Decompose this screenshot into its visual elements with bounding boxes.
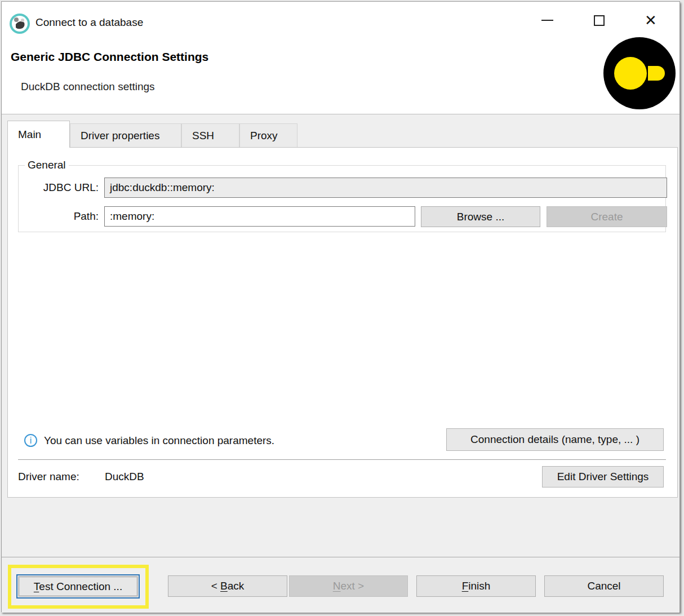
title-bar: Connect to a database ✕ bbox=[2, 2, 679, 37]
back-button[interactable]: < Back bbox=[168, 575, 287, 597]
tab-label: Driver properties bbox=[81, 130, 159, 142]
cancel-button[interactable]: Cancel bbox=[544, 575, 664, 597]
close-icon: ✕ bbox=[645, 13, 657, 28]
path-label: Path: bbox=[25, 210, 99, 223]
connect-database-dialog: Connect to a database ✕ Generic JDBC Con… bbox=[1, 1, 680, 612]
info-message: You can use variables in connection para… bbox=[44, 435, 274, 447]
tab-main[interactable]: Main bbox=[7, 121, 70, 148]
path-input[interactable]: :memory: bbox=[104, 206, 415, 227]
page-subtitle: DuckDB connection settings bbox=[21, 81, 155, 93]
minimize-icon bbox=[541, 20, 553, 21]
main-tab-panel: General JDBC URL: jdbc:duckdb::memory: P… bbox=[7, 147, 678, 498]
window-title: Connect to a database bbox=[35, 16, 143, 29]
divider bbox=[18, 459, 666, 460]
general-group: General JDBC URL: jdbc:duckdb::memory: P… bbox=[18, 165, 666, 232]
minimize-button[interactable] bbox=[534, 10, 561, 31]
tab-ssh[interactable]: SSH bbox=[181, 123, 239, 147]
path-value: :memory: bbox=[110, 210, 154, 223]
edit-driver-settings-button[interactable]: Edit Driver Settings bbox=[542, 466, 664, 488]
jdbc-url-value: jdbc:duckdb::memory: bbox=[110, 181, 215, 194]
tab-label: Proxy bbox=[250, 130, 278, 142]
general-group-title: General bbox=[25, 159, 69, 171]
connection-details-button[interactable]: Connection details (name, type, ... ) bbox=[446, 428, 664, 451]
jdbc-url-field[interactable]: jdbc:duckdb::memory: bbox=[104, 178, 667, 198]
driver-name-value: DuckDB bbox=[105, 471, 144, 483]
page-title: Generic JDBC Connection Settings bbox=[11, 50, 208, 64]
close-button[interactable]: ✕ bbox=[637, 10, 664, 31]
duckdb-logo bbox=[603, 37, 676, 110]
tab-label: Main bbox=[18, 128, 41, 141]
tab-label: SSH bbox=[192, 130, 214, 142]
test-connection-button[interactable]: Test Connection ... bbox=[16, 574, 140, 599]
dialog-footer: Test Connection ... < Back Next > Finish… bbox=[2, 557, 679, 613]
maximize-button[interactable] bbox=[585, 10, 612, 31]
next-button: Next > bbox=[289, 575, 408, 597]
dialog-header: Generic JDBC Connection Settings DuckDB … bbox=[2, 37, 679, 114]
dbeaver-logo-icon bbox=[9, 13, 30, 34]
maximize-icon bbox=[594, 15, 605, 26]
dialog-body: Main Driver properties SSH Proxy General… bbox=[2, 114, 679, 612]
jdbc-url-label: JDBC URL: bbox=[25, 181, 99, 194]
finish-button[interactable]: Finish bbox=[416, 575, 536, 597]
tab-driver-properties[interactable]: Driver properties bbox=[70, 123, 181, 147]
tab-proxy[interactable]: Proxy bbox=[239, 123, 297, 147]
create-button: Create bbox=[547, 206, 667, 227]
driver-name-label: Driver name: bbox=[18, 471, 79, 483]
browse-button[interactable]: Browse ... bbox=[421, 206, 540, 227]
info-icon: i bbox=[24, 434, 37, 447]
